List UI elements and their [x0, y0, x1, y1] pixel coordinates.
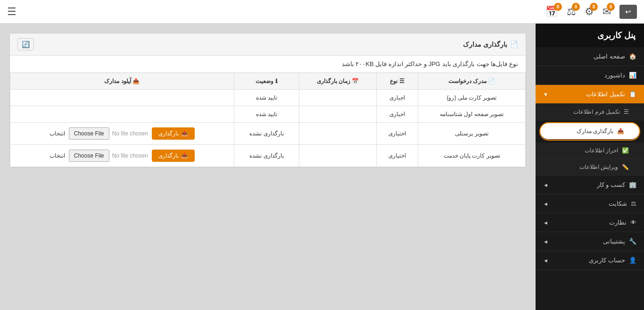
upload-cell-1: [10, 90, 234, 106]
table-row: تصویر صفحه اول شناسنامه اجباری تایید شده: [10, 106, 526, 123]
card-title-text: بارگذاری مدارک: [463, 41, 507, 48]
business-icon: 🏢: [629, 181, 636, 188]
edit-icon: ✏️: [622, 164, 629, 170]
back-button[interactable]: ↩: [619, 5, 637, 19]
doc-name-cell-3: تصویر پرسنلی: [418, 123, 526, 145]
sidebar-item-account[interactable]: 👤 حساب کاربری ◄: [536, 251, 644, 270]
doc-type-cell-3: اختیاری: [376, 123, 418, 145]
sidebar-label-monitoring: نظارت: [609, 219, 627, 226]
sidebar-label-edit-info: ویرایش اطلاعات: [579, 164, 618, 170]
choose-file-button-4[interactable]: Choose File: [69, 150, 109, 162]
th-doc-type: ☰ نوع: [376, 73, 418, 90]
settings-icon[interactable]: ⚙ 0: [585, 6, 594, 18]
table-row: تصویر کارت ملی (رو) اجباری تایید شده: [10, 90, 526, 106]
upload-controls-3: 📤 بارگذاری Choose File No file chosen ان…: [16, 127, 228, 140]
scale-badge: 0: [572, 3, 580, 11]
card-title-icon: 📄: [510, 41, 518, 48]
th-upload-time: 📅 زمان بارگذاری: [299, 73, 376, 90]
complaints-icon: ⚖: [631, 200, 636, 207]
status-cell-3: بارگذاری نشده: [234, 123, 299, 145]
no-file-label-4: No file chosen: [112, 152, 148, 159]
doc-name-cell-2: تصویر صفحه اول شناسنامه: [418, 106, 526, 123]
sidebar-item-monitoring[interactable]: 👁 نظارت ◄: [536, 213, 644, 232]
sidebar-item-complaints[interactable]: ⚖ شکایت ◄: [536, 194, 644, 213]
sidebar-label-support: پشتیبانی: [603, 238, 625, 245]
sidebar-item-business[interactable]: 🏢 کسب و کار ◄: [536, 176, 644, 194]
upload-time-cell-2: [299, 106, 376, 123]
file-input-wrapper-4: Choose File No file chosen: [69, 150, 148, 162]
refresh-button[interactable]: 🔄: [17, 38, 34, 50]
sidebar-label-account: حساب کاربری: [589, 257, 625, 264]
sidebar-label-dashboard: داشبورد: [604, 72, 625, 79]
table-row: تصویر کارت پایان خدمت اختیاری بارگذاری ن…: [10, 145, 526, 167]
dashboard-icon: 📊: [629, 72, 636, 79]
choose-file-button-3[interactable]: Choose File: [69, 127, 109, 140]
sidebar-subitem-complete-form[interactable]: ☰ تکمیل فرم اطلاعات: [536, 104, 644, 120]
select-label-3: انتخاب: [50, 130, 65, 137]
status-cell-4: بارگذاری نشده: [234, 145, 299, 167]
th-upload-file: 📤 آپلود مدارک: [10, 73, 234, 90]
select-label-4: انتخاب: [50, 152, 65, 159]
monitoring-icon: 👁: [630, 219, 636, 226]
chevron-right-icon-complaints: ◄: [543, 201, 548, 207]
envelope-badge: 0: [607, 3, 615, 11]
sidebar-item-home[interactable]: 🏠 صفحه اصلی: [536, 47, 644, 66]
sidebar-subitem-upload-docs[interactable]: 📤 بارگذاری مدارک: [540, 123, 639, 140]
upload-docs-icon: 📤: [617, 128, 624, 134]
complete-info-icon: 📋: [629, 91, 636, 98]
sidebar-subitem-edit-info[interactable]: ✏️ ویرایش اطلاعات: [536, 159, 644, 176]
sidebar-label-complete-info: تکمیل اطلاعات: [586, 91, 625, 98]
status-icon: ℹ: [275, 78, 278, 84]
chevron-right-icon-monitoring: ◄: [543, 220, 548, 226]
doc-type-cell-4: اختیاری: [376, 145, 418, 167]
sidebar-item-dashboard[interactable]: 📊 داشبورد: [536, 66, 644, 85]
upload-time-cell-4: [299, 145, 376, 167]
hamburger-menu[interactable]: ☰: [7, 6, 17, 18]
upload-card: 📄 بارگذاری مدارک 🔄 نوع فایل‌ها جهت بارگذ…: [9, 33, 526, 168]
upload-file-icon: 📤: [132, 78, 140, 84]
sidebar-subitem-verify-info[interactable]: ✅ احراز اطلاعات: [536, 142, 644, 159]
content-area: 📄 بارگذاری مدارک 🔄 نوع فایل‌ها جهت بارگذ…: [0, 24, 536, 310]
sidebar: پنل کاربری 🏠 صفحه اصلی 📊 داشبورد 📋 تکمیل…: [536, 24, 644, 310]
upload-button-3[interactable]: 📤 بارگذاری: [152, 127, 195, 140]
settings-badge: 0: [590, 3, 598, 11]
sidebar-subitem-upload-wrapper: 📤 بارگذاری مدارک: [539, 122, 640, 141]
doc-name-cell-4: تصویر کارت پایان خدمت: [418, 145, 526, 167]
upload-btn-icon-3: 📤: [181, 130, 188, 137]
sidebar-label-business: کسب و کار: [597, 181, 625, 188]
verify-icon: ✅: [622, 147, 629, 154]
doc-name-cell-1: تصویر کارت ملی (رو): [418, 90, 526, 106]
complete-form-icon: ☰: [624, 109, 629, 115]
upload-cell-2: [10, 106, 234, 123]
topbar-icons: ↩ ✉ 0 ⚙ 0 ⚖ 0 📅 0: [545, 5, 637, 19]
sidebar-title: پنل کاربری: [536, 24, 644, 47]
sidebar-label-complete-form: تکمیل فرم اطلاعات: [573, 109, 620, 115]
upload-time-icon: 📅: [352, 78, 359, 84]
calendar-icon[interactable]: 📅 0: [545, 6, 558, 18]
upload-button-4[interactable]: 📤 بارگذاری: [152, 150, 195, 162]
envelope-icon[interactable]: ✉ 0: [603, 6, 611, 18]
chevron-right-icon-business: ◄: [543, 182, 548, 188]
support-icon: 🔧: [629, 238, 636, 245]
scale-icon[interactable]: ⚖ 0: [567, 6, 576, 18]
card-title: 📄 بارگذاری مدارک: [463, 41, 518, 48]
chevron-right-icon-support: ◄: [543, 239, 548, 244]
table-header-row: 📄 مدرک درخواست ☰ نوع 📅 زمان بارگذاری: [10, 73, 526, 90]
upload-cell-3: 📤 بارگذاری Choose File No file chosen ان…: [10, 123, 234, 145]
sidebar-label-verify-info: احراز اطلاعات: [585, 147, 618, 154]
upload-time-cell-1: [299, 90, 376, 106]
upload-controls-4: 📤 بارگذاری Choose File No file chosen ان…: [16, 150, 228, 162]
doc-type-icon: ☰: [399, 78, 405, 84]
top-bar: ↩ ✉ 0 ⚙ 0 ⚖ 0 📅 0 ☰: [0, 0, 644, 24]
status-cell-1: تایید شده: [234, 90, 299, 106]
file-input-wrapper-3: Choose File No file chosen: [69, 127, 148, 140]
sidebar-item-complete-info[interactable]: 📋 تکمیل اطلاعات ▼: [536, 85, 644, 104]
upload-time-cell-3: [299, 123, 376, 145]
sidebar-item-support[interactable]: 🔧 پشتیبانی ◄: [536, 232, 644, 251]
home-icon: 🏠: [629, 53, 636, 60]
upload-btn-icon-4: 📤: [181, 152, 188, 159]
status-cell-2: تایید شده: [234, 106, 299, 123]
card-notice: نوع فایل‌ها جهت بارگذاری باید JPG و حداک…: [10, 56, 526, 73]
sidebar-label-home: صفحه اصلی: [594, 53, 625, 60]
no-file-label-3: No file chosen: [112, 130, 148, 137]
